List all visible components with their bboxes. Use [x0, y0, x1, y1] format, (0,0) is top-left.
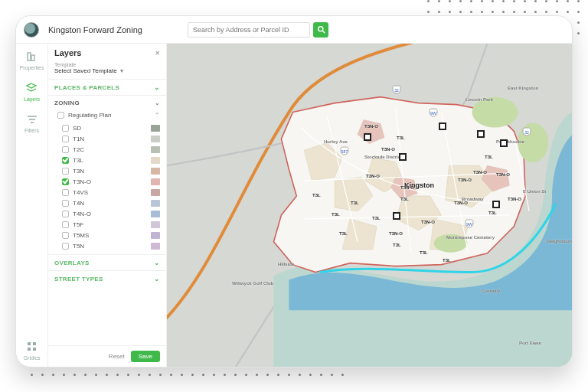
rail-item-layers[interactable]: Layers: [24, 81, 40, 102]
checkbox-zone[interactable]: [62, 221, 69, 228]
map-zone-label: T3L: [488, 211, 497, 215]
section-label: STREET TYPES: [54, 276, 103, 283]
checkbox-zone[interactable]: [62, 178, 69, 185]
highway-shield-icon: 587: [341, 147, 349, 155]
zoning-row: T3L: [62, 155, 160, 165]
map-road-label: Hurley Ave: [324, 139, 348, 144]
map-zone-label: T3L: [332, 212, 340, 217]
search: [188, 22, 328, 38]
zone-code: T5MS: [73, 232, 89, 239]
checkbox-zone[interactable]: [62, 168, 69, 175]
svg-rect-3: [31, 55, 34, 60]
map-place-label: Connelly: [481, 289, 500, 293]
zone-code: T4N: [73, 200, 84, 207]
map-place-label: East Kingston: [508, 86, 538, 90]
template-label: Template: [54, 62, 160, 67]
map-place-label: Hillside: [278, 262, 294, 266]
properties-icon: [25, 50, 39, 64]
map-zone-label: T3N-O: [400, 185, 414, 190]
map-zone-label: T3L: [443, 258, 451, 263]
panel-close-button[interactable]: ×: [155, 48, 160, 57]
map-svg: [167, 44, 572, 367]
zoning-row: T3N: [62, 165, 160, 176]
checkbox-zone[interactable]: [62, 211, 69, 217]
zone-code: SD: [73, 125, 81, 132]
app-window: Kingston Forward Zoning Properties Layer…: [15, 15, 573, 368]
rail-brand-label: Gridics: [24, 355, 41, 361]
map-viewport[interactable]: KingstonHillsideConnellyLincoln ParkEast…: [167, 44, 572, 367]
map-place-label: Wiltwyck Golf Club: [232, 281, 273, 286]
section-zoning: ZONING ⌄ Regulating Plan ⌃ SDT1NT2CT3LT3…: [48, 95, 166, 254]
section-label: ZONING: [54, 100, 80, 106]
zone-swatch: [151, 211, 160, 217]
map-marker-icon[interactable]: [399, 153, 407, 161]
search-input[interactable]: [188, 22, 310, 38]
map-marker-icon[interactable]: [477, 130, 485, 138]
zoning-row: T4N-O: [62, 208, 160, 219]
svg-rect-2: [28, 53, 31, 60]
filters-icon: [25, 113, 39, 126]
map-place-label: Port Ewen: [519, 341, 541, 345]
section-toggle-overlays[interactable]: OVERLAYS ⌄: [48, 255, 166, 270]
zone-swatch: [151, 125, 160, 132]
zoning-row: T5F: [62, 219, 160, 230]
map-marker-icon[interactable]: [500, 139, 508, 147]
checkbox-zone[interactable]: [62, 232, 69, 239]
panel-title: Layers: [54, 48, 81, 57]
chevron-up-icon[interactable]: ⌃: [155, 112, 160, 119]
reset-button[interactable]: Reset: [109, 353, 125, 360]
section-toggle-zoning[interactable]: ZONING ⌄: [48, 96, 166, 110]
checkbox-regulating[interactable]: [57, 112, 64, 119]
map-road-label: E Union St: [523, 189, 546, 194]
template-value: Select Saved Template: [54, 67, 117, 74]
zone-swatch: [151, 189, 160, 196]
search-button[interactable]: [313, 22, 328, 38]
zone-swatch: [151, 178, 160, 185]
svg-rect-8: [28, 342, 31, 345]
svg-marker-4: [27, 83, 36, 88]
app-body: Properties Layers Filters Gridics Layers…: [16, 44, 572, 367]
checkbox-zone[interactable]: [62, 157, 69, 164]
highway-shield-icon: 9W: [430, 109, 438, 117]
zone-code: T3N-O: [73, 178, 91, 185]
save-button[interactable]: Save: [131, 351, 160, 362]
map-zone-label: T3N-O: [421, 220, 435, 224]
zone-swatch: [151, 200, 160, 207]
checkbox-zone[interactable]: [62, 243, 69, 250]
zone-swatch: [151, 136, 160, 142]
checkbox-zone[interactable]: [62, 189, 69, 196]
zoning-row: T5MS: [62, 230, 160, 240]
template-select[interactable]: Template Select Saved Template ▾: [48, 62, 166, 79]
map-marker-icon[interactable]: [492, 201, 500, 208]
zone-code: T4N-O: [73, 211, 91, 217]
zone-code: T5F: [73, 221, 83, 228]
map-zone-label: T3N-O: [508, 197, 521, 201]
chevron-down-icon: ⌄: [154, 275, 160, 283]
section-overlays: OVERLAYS ⌄: [48, 254, 166, 270]
zone-code: T5N: [73, 243, 84, 250]
checkbox-zone[interactable]: [62, 200, 69, 207]
map-marker-icon[interactable]: [439, 122, 446, 130]
zone-swatch: [151, 157, 160, 164]
chevron-down-icon: ⌄: [154, 83, 160, 91]
rail-brand[interactable]: Gridics: [24, 340, 41, 361]
rail-item-filters[interactable]: Filters: [24, 113, 39, 133]
map-zone-label: T3L: [397, 136, 405, 140]
zone-swatch: [151, 232, 160, 239]
map-zone-label: T3N-O: [366, 174, 380, 178]
panel-header: Layers ×: [48, 44, 166, 62]
chevron-down-icon: ▾: [120, 67, 123, 74]
zoning-row: T5N: [62, 240, 160, 251]
map-marker-icon[interactable]: [393, 212, 400, 220]
section-toggle-street-types[interactable]: STREET TYPES ⌄: [48, 271, 166, 286]
checkbox-zone[interactable]: [62, 125, 69, 132]
section-toggle-places[interactable]: PLACES & PARCELS ⌄: [48, 80, 166, 95]
checkbox-zone[interactable]: [62, 136, 69, 142]
checkbox-zone[interactable]: [62, 146, 69, 153]
chevron-down-icon: ⌄: [155, 100, 160, 106]
highway-shield-icon: 32: [523, 128, 531, 136]
map-zone-label: T3N-O: [381, 147, 395, 152]
map-zone-label: T3L: [372, 216, 381, 220]
rail-item-properties[interactable]: Properties: [20, 50, 44, 70]
map-marker-icon[interactable]: [364, 133, 371, 141]
